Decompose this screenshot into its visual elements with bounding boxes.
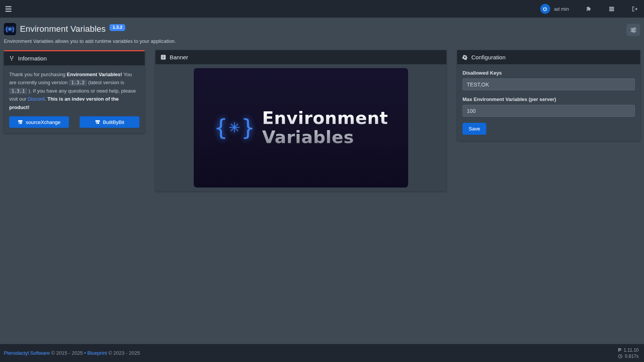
max-env-vars-input[interactable]: [463, 105, 635, 117]
server-list-icon[interactable]: [608, 6, 615, 12]
configuration-panel-header: Configuration: [457, 50, 640, 64]
max-env-vars-label: Max Environment Variables (per server): [463, 96, 635, 102]
extension-logo-icon: {✳}: [4, 23, 16, 35]
extensions-icon[interactable]: [585, 6, 592, 12]
builtbybit-button[interactable]: BuiltByBit: [80, 116, 139, 128]
username-label: ad min: [554, 6, 569, 12]
configuration-panel: Configuration Disallowed Keys Max Enviro…: [457, 50, 640, 141]
footer: Pterodactyl Software © 2015 - 2025 • Blu…: [0, 344, 644, 362]
logout-icon[interactable]: [631, 6, 638, 12]
footer-copyright: Pterodactyl Software © 2015 - 2025 • Blu…: [4, 350, 140, 356]
hamburger-icon: [5, 6, 11, 7]
save-button[interactable]: Save: [463, 123, 486, 135]
page-header: {✳} Environment Variables 1.3.2 Environm…: [0, 18, 644, 50]
user-avatar: [540, 4, 550, 14]
store-icon: [18, 119, 23, 125]
footer-meta: Ᵽ 1.11.10 0.817s: [618, 347, 639, 359]
version-badge: 1.3.2: [110, 24, 126, 31]
latest-version-chip: 1.3.1: [9, 88, 27, 94]
info-square-icon: [160, 54, 166, 60]
page-subtitle: Environment Variables allows you to add …: [4, 38, 640, 44]
information-panel: Information Thank you for purchasing Env…: [4, 50, 145, 133]
banner-image: { ✳ } Environment Variables: [194, 68, 408, 188]
extension-settings-button[interactable]: [626, 24, 640, 36]
discord-link[interactable]: Discord: [28, 96, 44, 102]
disallowed-keys-input[interactable]: [463, 78, 635, 90]
clock-icon: [618, 354, 623, 359]
banner-panel-title: Banner: [170, 54, 188, 60]
banner-panel: Banner { ✳ } Environment Variables: [155, 50, 446, 191]
banner-panel-header: Banner: [155, 50, 446, 64]
sidebar-toggle-button[interactable]: [4, 5, 13, 13]
sourcexchange-button[interactable]: sourceXchange: [9, 116, 69, 128]
store-icon: [95, 119, 100, 125]
code-fork-icon: [9, 55, 15, 61]
current-version-chip: 1.3.2: [69, 80, 87, 86]
blueprint-link[interactable]: Blueprint: [87, 350, 107, 356]
configuration-panel-title: Configuration: [471, 54, 505, 60]
information-panel-header: Information: [4, 51, 145, 65]
power-icon: [541, 5, 549, 12]
gear-icon: [462, 54, 468, 60]
page-title: Environment Variables: [20, 24, 106, 34]
top-navbar: ad min: [0, 0, 644, 18]
main-content: Information Thank you for purchasing Env…: [0, 50, 644, 344]
pterodactyl-link[interactable]: Pterodactyl Software: [4, 350, 50, 356]
pterodactyl-icon: Ᵽ: [618, 347, 621, 352]
sliders-icon: [630, 27, 637, 33]
banner-wordmark: Environment Variables: [262, 109, 388, 147]
user-menu[interactable]: ad min: [540, 4, 569, 14]
panel-version-label: 1.11.10: [624, 347, 639, 353]
env-vars-logo-icon: { ✳ }: [214, 117, 255, 139]
render-time-label: 0.817s: [625, 354, 639, 359]
information-text: Thank you for purchasing Environment Var…: [9, 70, 139, 111]
disallowed-keys-label: Disallowed Keys: [463, 70, 635, 76]
information-panel-title: Information: [18, 55, 47, 62]
